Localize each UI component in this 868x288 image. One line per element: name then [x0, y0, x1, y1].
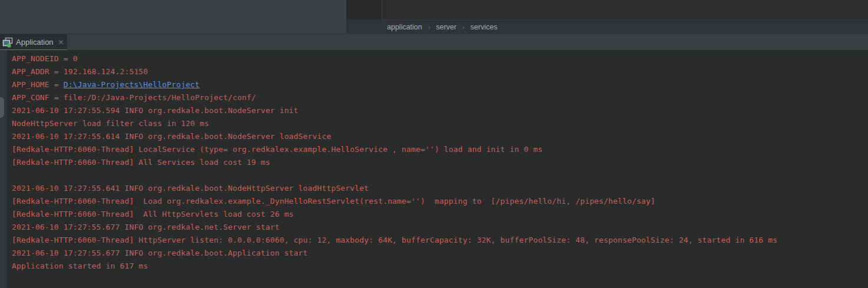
- console-output-lines: APP_NODEID = 0APP_ADDR = 192.168.124.2:5…: [12, 52, 868, 273]
- console-line: APP_ADDR = 192.168.124.2:5150: [12, 65, 868, 78]
- console-left-gutter: [0, 50, 7, 288]
- console-text: [Redkale-HTTP:6060-Thread] All HttpServl…: [12, 210, 294, 219]
- console-text: 2021-06-10 17:27:55.641 INFO org.redkale…: [12, 184, 369, 193]
- console-line: [Redkale-HTTP:6060-Thread] All Services …: [12, 156, 868, 169]
- console-line: 2021-06-10 17:27:55.677 INFO org.redkale…: [12, 221, 868, 234]
- console-text: APP_ADDR = 192.168.124.2:5150: [12, 67, 148, 76]
- console-text: [Redkale-HTTP:6060-Thread] All Services …: [12, 158, 270, 167]
- breadcrumb-item-services[interactable]: services: [471, 23, 498, 31]
- console-line: [Redkale-HTTP:6060-Thread] Load org.redk…: [12, 195, 868, 208]
- console-line: [Redkale-HTTP:6060-Thread] All HttpServl…: [12, 208, 868, 221]
- console-text: [Redkale-HTTP:6060-Thread] HttpServer li…: [12, 236, 777, 244]
- breadcrumb-separator: ›: [428, 24, 430, 31]
- breadcrumb-item-application[interactable]: application: [387, 23, 422, 31]
- console-output[interactable]: APP_NODEID = 0APP_ADDR = 192.168.124.2:5…: [0, 50, 868, 288]
- console-line: [Redkale-HTTP:6060-Thread] LocalService …: [12, 143, 868, 156]
- editor-top-pane-right: [382, 0, 868, 19]
- console-text: 2021-06-10 17:27:55.677 INFO org.redkale…: [12, 223, 280, 231]
- console-text: NodeHttpServer load filter class in 120 …: [12, 119, 209, 128]
- console-text: [Redkale-HTTP:6060-Thread] Load org.redk…: [12, 197, 655, 206]
- editor-top-pane: [346, 0, 868, 19]
- console-line: [Redkale-HTTP:6060-Thread] HttpServer li…: [12, 234, 868, 247]
- console-line: APP_HOME = D:\Java-Projects\HelloProject: [12, 78, 868, 91]
- breadcrumb: application›server›services: [346, 19, 868, 34]
- breadcrumb-separator: ›: [462, 24, 465, 31]
- ide-window: application›server›services Application …: [0, 0, 868, 288]
- editor-left-pane: [0, 0, 346, 34]
- console-text: APP_NODEID = 0: [12, 54, 78, 63]
- console-text: 2021-06-10 17:27:55.614 INFO org.redkale…: [12, 132, 331, 141]
- breadcrumb-item-server[interactable]: server: [436, 23, 456, 31]
- console-text: APP_CONF = file:/D:/Java-Projects/HelloP…: [12, 93, 256, 102]
- tab-application[interactable]: Application ✕: [0, 34, 67, 50]
- console-text: 2021-06-10 17:27:55.594 INFO org.redkale…: [12, 106, 299, 115]
- console-line: APP_CONF = file:/D:/Java-Projects/HelloP…: [12, 91, 868, 104]
- console-text: Application started in 617 ms: [12, 261, 148, 270]
- console-line: 2021-06-10 17:27:55.614 INFO org.redkale…: [12, 130, 868, 143]
- console-line: APP_NODEID = 0: [12, 52, 868, 65]
- console-running-icon: [2, 37, 13, 48]
- app-home-link[interactable]: D:\Java-Projects\HelloProject: [64, 80, 200, 89]
- console-line: 2021-06-10 17:27:55.594 INFO org.redkale…: [12, 104, 868, 117]
- console-text: [Redkale-HTTP:6060-Thread] LocalService …: [12, 145, 542, 154]
- console-text: APP_HOME =: [12, 80, 64, 89]
- console-text: 2021-06-10 17:27:55.677 INFO org.redkale…: [12, 249, 308, 257]
- console-line: 2021-06-10 17:27:55.677 INFO org.redkale…: [12, 247, 868, 260]
- close-icon[interactable]: ✕: [58, 38, 64, 47]
- console-tabbar: Application ✕: [0, 34, 868, 50]
- scrollbar-thumb[interactable]: [0, 97, 4, 118]
- console-line: NodeHttpServer load filter class in 120 …: [12, 117, 868, 130]
- tab-label: Application: [16, 38, 54, 47]
- console-line: Application started in 617 ms: [12, 260, 868, 273]
- console-line: [12, 169, 868, 182]
- console-line: 2021-06-10 17:27:55.641 INFO org.redkale…: [12, 182, 868, 195]
